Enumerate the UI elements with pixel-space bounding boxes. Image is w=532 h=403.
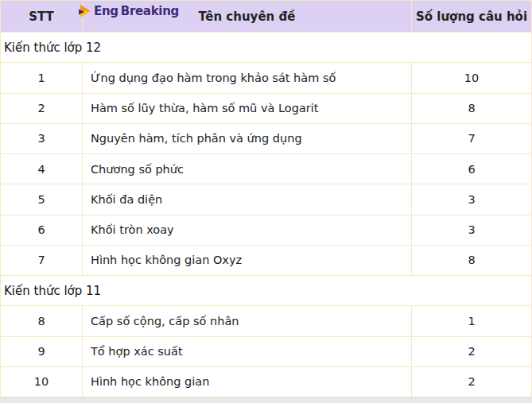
- topic-name: Khối tròn xoay: [83, 215, 412, 245]
- question-count: 10: [412, 63, 531, 92]
- row-number: 7: [1, 246, 83, 275]
- question-count: 1: [412, 306, 531, 335]
- engbreaking-logo: Eng Breaking: [79, 4, 179, 18]
- row-number: 4: [1, 154, 83, 184]
- section-header-grade-12: Kiến thức lớp 12: [1, 32, 531, 62]
- row-number: 10: [1, 367, 83, 397]
- page: STT Tên chuyên đề Số lượng câu hỏi Eng B…: [0, 0, 532, 403]
- table-row: 7 Hình học không gian Oxyz 8: [1, 245, 531, 275]
- table-row: 4 Chương số phức 6: [1, 153, 531, 184]
- row-number: 8: [1, 306, 83, 335]
- logo-text-breaking: Breaking: [121, 4, 179, 18]
- question-count: 3: [412, 184, 531, 214]
- table-row: 10 Hình học không gian 2: [1, 366, 531, 397]
- row-number: 6: [1, 215, 83, 245]
- table-row: 6 Khối tròn xoay 3: [1, 215, 531, 245]
- col-header-topic-label: Tên chuyên đề: [199, 10, 296, 24]
- topic-name: Ứng dụng đạo hàm trong khảo sát hàm số: [83, 63, 412, 92]
- row-number: 5: [1, 184, 83, 214]
- topic-name: Cấp số cộng, cấp số nhân: [83, 306, 412, 335]
- table-row: 9 Tổ hợp xác suất 2: [1, 336, 531, 366]
- table-row: 8 Cấp số cộng, cấp số nhân 1: [1, 305, 531, 335]
- topics-table: STT Tên chuyên đề Số lượng câu hỏi Eng B…: [0, 0, 532, 397]
- topic-name: Hình học không gian: [83, 367, 412, 397]
- col-header-count: Số lượng câu hỏi: [412, 1, 531, 32]
- question-count: 3: [412, 215, 531, 245]
- table-header: STT Tên chuyên đề Số lượng câu hỏi Eng B…: [1, 1, 531, 32]
- question-count: 8: [412, 94, 531, 123]
- section-header-grade-11: Kiến thức lớp 11: [1, 275, 531, 305]
- col-header-stt: STT: [1, 1, 83, 32]
- row-number: 1: [1, 63, 83, 92]
- question-count: 8: [412, 246, 531, 275]
- table-row: 5 Khối đa diện 3: [1, 184, 531, 214]
- topic-name: Hàm số lũy thừa, hàm số mũ và Logarit: [83, 94, 412, 123]
- row-number: 2: [1, 94, 83, 123]
- table-row: 1 Ứng dụng đạo hàm trong khảo sát hàm số…: [1, 62, 531, 92]
- topic-name: Nguyên hàm, tích phân và ứng dụng: [83, 124, 412, 153]
- row-number: 3: [1, 124, 83, 153]
- logo-arrow-icon: [79, 4, 91, 18]
- topic-name: Chương số phức: [83, 154, 412, 184]
- topic-name: Hình học không gian Oxyz: [83, 246, 412, 275]
- page-background-strip: [0, 397, 532, 403]
- table-row: 2 Hàm số lũy thừa, hàm số mũ và Logarit …: [1, 93, 531, 123]
- logo-text-eng: Eng: [94, 4, 118, 18]
- topic-name: Tổ hợp xác suất: [83, 337, 412, 366]
- question-count: 2: [412, 337, 531, 366]
- topic-name: Khối đa diện: [83, 184, 412, 214]
- question-count: 7: [412, 124, 531, 153]
- question-count: 6: [412, 154, 531, 184]
- question-count: 2: [412, 367, 531, 397]
- table-row: 3 Nguyên hàm, tích phân và ứng dụng 7: [1, 123, 531, 153]
- logo-text: Eng Breaking: [94, 4, 179, 18]
- row-number: 9: [1, 337, 83, 366]
